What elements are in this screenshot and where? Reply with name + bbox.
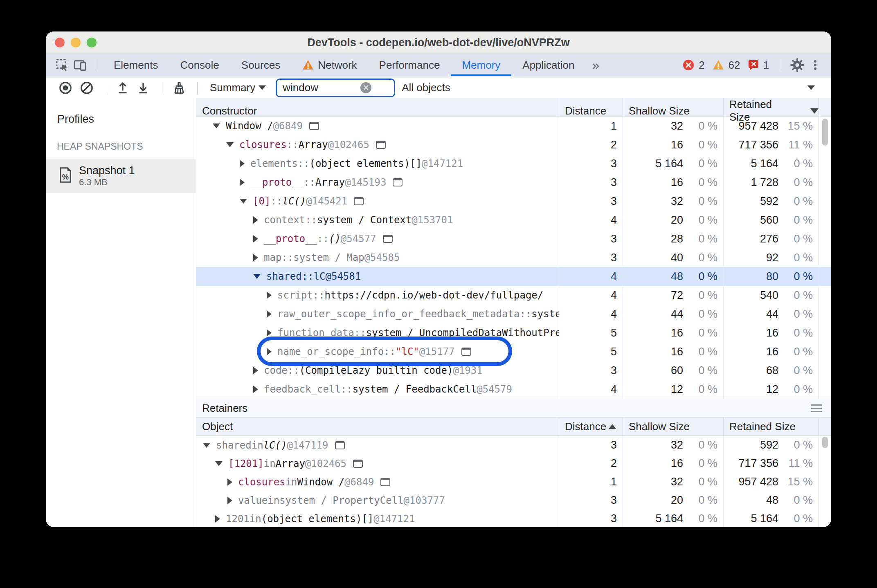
reveal-object-icon[interactable]	[383, 235, 393, 243]
minimize-window-button[interactable]	[71, 38, 81, 47]
tab-memory[interactable]: Memory	[451, 54, 511, 76]
tab-performance[interactable]: Performance	[368, 54, 451, 76]
collapse-triangle-icon[interactable]	[226, 142, 234, 147]
tree-cell: name_or_scope_info :: "lC" @15177	[196, 342, 559, 361]
tree-text: (object elements)[]	[261, 513, 374, 525]
expand-triangle-icon[interactable]	[253, 235, 258, 242]
constructors-scrollbar[interactable]	[822, 119, 828, 146]
reveal-object-icon[interactable]	[353, 460, 363, 468]
load-profile-icon[interactable]	[137, 81, 149, 94]
close-window-button[interactable]	[55, 38, 65, 47]
expand-triangle-icon[interactable]	[267, 310, 272, 318]
objects-filter-select[interactable]: All objects	[402, 81, 831, 94]
constructor-row[interactable]: closures :: Array @1024652160 %717 35611…	[196, 135, 831, 154]
retained-size-cell: 2760 %	[724, 229, 819, 248]
constructor-row[interactable]: __proto__ :: Array @1451933160 %1 7280 %	[196, 173, 831, 192]
expand-triangle-icon[interactable]	[267, 292, 272, 299]
collapse-triangle-icon[interactable]	[213, 123, 220, 128]
constructor-row[interactable]: map :: system / Map @545853400 %920 %	[196, 248, 831, 267]
expand-triangle-icon[interactable]	[267, 348, 272, 355]
snapshot-item[interactable]: % Snapshot 1 6.3 MB	[46, 159, 196, 193]
constructor-row[interactable]: [0] :: lC() @1454213320 %5920 %	[196, 192, 831, 211]
tab-network[interactable]: Network	[291, 54, 368, 76]
column-header-distance[interactable]: Distance	[559, 417, 623, 435]
zoom-window-button[interactable]	[87, 38, 97, 47]
reveal-object-icon[interactable]	[335, 441, 345, 449]
expand-triangle-icon[interactable]	[253, 216, 258, 224]
distance-cell: 3	[559, 436, 623, 454]
search-input[interactable]	[283, 81, 360, 94]
constructor-row[interactable]: __proto__ :: () @545773280 %2760 %	[196, 229, 831, 248]
toolbar-divider	[105, 82, 105, 94]
expand-triangle-icon[interactable]	[253, 386, 258, 393]
kebab-menu-icon[interactable]	[809, 59, 821, 71]
tab-console[interactable]: Console	[169, 54, 230, 76]
record-heap-snapshot-button[interactable]	[59, 81, 72, 94]
expand-triangle-icon[interactable]	[227, 478, 232, 486]
tree-cell: map :: system / Map @54585	[196, 248, 559, 267]
retainers-scrollbar[interactable]	[822, 437, 828, 448]
retained-size-cell: 440 %	[724, 305, 819, 323]
column-header-retained-size[interactable]: Retained Size	[724, 417, 819, 435]
collapse-triangle-icon[interactable]	[253, 274, 261, 279]
retained-size-cell: 120 %	[724, 380, 819, 399]
retainer-row[interactable]: [1201] in Array @1024652160 %717 35611 %	[196, 454, 831, 473]
save-profile-icon[interactable]	[117, 81, 129, 94]
constructor-row[interactable]: raw_outer_scope_info_or_feedback_metadat…	[196, 305, 831, 323]
tab-sources[interactable]: Sources	[230, 54, 291, 76]
tree-cell: [1201] in Array @102465	[196, 454, 559, 473]
console-warnings-icon[interactable]	[713, 60, 724, 70]
expand-triangle-icon[interactable]	[227, 497, 232, 504]
retainer-row[interactable]: 1201 in (object elements)[] @14712135 16…	[196, 509, 831, 527]
reveal-object-icon[interactable]	[393, 178, 403, 186]
column-header-object[interactable]: Object	[196, 417, 559, 435]
retained-size-cell: 1 7280 %	[724, 173, 819, 192]
issues-icon[interactable]	[748, 59, 759, 71]
constructor-row[interactable]: Window / @68491320 %957 42815 %	[196, 117, 831, 135]
collapse-triangle-icon[interactable]	[240, 199, 247, 204]
inspect-element-icon[interactable]	[56, 58, 69, 72]
tab-application[interactable]: Application	[511, 54, 585, 76]
collapse-triangle-icon[interactable]	[215, 461, 223, 466]
constructor-row[interactable]: code :: (CompileLazy builtin code) @1931…	[196, 361, 831, 380]
tab-elements[interactable]: Elements	[103, 54, 169, 76]
constructor-row[interactable]: function_data :: system / UncompiledData…	[196, 323, 831, 342]
console-errors-icon[interactable]	[683, 59, 694, 71]
retained-size-cell: 5920 %	[724, 436, 819, 454]
retainers-menu-icon[interactable]	[811, 404, 822, 412]
reveal-object-icon[interactable]	[309, 122, 319, 130]
reveal-object-icon[interactable]	[380, 478, 390, 486]
expand-triangle-icon[interactable]	[253, 254, 258, 261]
reveal-object-icon[interactable]	[376, 141, 386, 149]
expand-triangle-icon[interactable]	[240, 160, 245, 167]
clear-profiles-button[interactable]	[80, 81, 93, 94]
tree-text: ::	[281, 252, 293, 263]
constructor-row[interactable]: name_or_scope_info :: "lC" @151775160 %1…	[196, 342, 831, 361]
constructor-row[interactable]: elements :: (object elements)[] @1471213…	[196, 154, 831, 173]
tree-text: name_or_scope_info	[277, 346, 384, 357]
retainer-row[interactable]: shared in lC() @1471193320 %5920 %	[196, 436, 831, 454]
expand-triangle-icon[interactable]	[253, 367, 258, 374]
column-header-shallow-size[interactable]: Shallow Size	[623, 417, 724, 435]
reveal-object-icon[interactable]	[461, 348, 471, 356]
device-toolbar-icon[interactable]	[74, 58, 88, 72]
constructor-row[interactable]: context :: system / Context @1537014200 …	[196, 211, 831, 229]
collect-garbage-icon[interactable]	[173, 81, 186, 94]
clear-search-icon[interactable]: ✕	[360, 82, 371, 93]
shallow-size-cell: 160 %	[623, 173, 724, 192]
reveal-object-icon[interactable]	[354, 197, 364, 205]
constructor-row[interactable]: feedback_cell :: system / FeedbackCell @…	[196, 380, 831, 399]
expand-triangle-icon[interactable]	[267, 329, 272, 337]
heap-snapshots-section-label: HEAP SNAPSHOTS	[46, 126, 196, 159]
constructor-row[interactable]: script :: https://cdpn.io/web-dot-dev/fu…	[196, 286, 831, 305]
expand-triangle-icon[interactable]	[215, 515, 220, 523]
retainer-row[interactable]: value in system / PropertyCell @10377732…	[196, 491, 831, 509]
profile-view-select[interactable]: Summary	[210, 81, 266, 94]
settings-gear-icon[interactable]	[790, 58, 805, 72]
retainer-row[interactable]: closures in Window / @68491320 %957 4281…	[196, 473, 831, 491]
collapse-triangle-icon[interactable]	[203, 443, 210, 448]
tree-text: @15177	[419, 346, 455, 357]
expand-triangle-icon[interactable]	[240, 179, 245, 186]
constructor-row[interactable]: shared :: lC @545814480 %800 %	[196, 267, 831, 286]
more-tabs-icon[interactable]: »	[592, 58, 600, 73]
